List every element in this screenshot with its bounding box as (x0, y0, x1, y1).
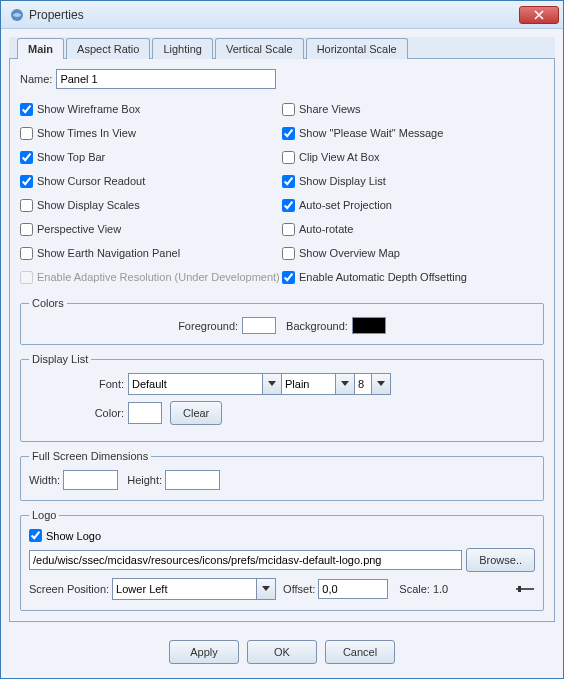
right-checkbox-2[interactable] (282, 151, 295, 164)
offset-input[interactable] (318, 579, 388, 599)
checkbox-row: Show Top Bar (20, 145, 282, 169)
right-checkbox-label-2: Clip View At Box (299, 151, 380, 163)
right-checkbox-4[interactable] (282, 199, 295, 212)
right-checkbox-6[interactable] (282, 247, 295, 260)
font-family-value: Default (128, 373, 263, 395)
right-checkbox-label-5: Auto-rotate (299, 223, 353, 235)
display-list-legend: Display List (29, 353, 91, 365)
height-input[interactable] (165, 470, 220, 490)
checkbox-row: Auto-set Projection (282, 193, 544, 217)
screen-position-label: Screen Position: (29, 583, 109, 595)
button-bar: Apply OK Cancel (1, 630, 563, 678)
checkbox-row: Show "Please Wait" Message (282, 121, 544, 145)
display-list-color-swatch[interactable] (128, 402, 162, 424)
chevron-down-icon (341, 381, 349, 387)
scale-label: Scale: 1.0 (399, 583, 448, 595)
foreground-label: Foreground: (178, 320, 238, 332)
right-checkbox-label-6: Show Overview Map (299, 247, 400, 259)
right-checkbox-label-4: Auto-set Projection (299, 199, 392, 211)
offset-label: Offset: (283, 583, 315, 595)
right-checkbox-7[interactable] (282, 271, 295, 284)
font-family-dropdown-icon (262, 373, 282, 395)
checkbox-row: Show Cursor Readout (20, 169, 282, 193)
left-checkbox-1[interactable] (20, 127, 33, 140)
left-checkbox-label-3: Show Cursor Readout (37, 175, 145, 187)
svg-rect-2 (518, 586, 521, 592)
font-style-value: Plain (281, 373, 336, 395)
tab-panel-main: Name: Show Wireframe BoxShow Times In Vi… (9, 59, 555, 622)
height-label: Height: (127, 474, 162, 486)
left-checkbox-6[interactable] (20, 247, 33, 260)
fsd-legend: Full Screen Dimensions (29, 450, 151, 462)
screen-position-select[interactable]: Lower Left (112, 578, 276, 600)
content: Main Aspect Ratio Lighting Vertical Scal… (1, 29, 563, 630)
font-family-select[interactable]: Default (128, 373, 282, 395)
left-checkbox-0[interactable] (20, 103, 33, 116)
ok-button[interactable]: OK (247, 640, 317, 664)
window-title: Properties (29, 8, 519, 22)
background-swatch[interactable] (352, 317, 386, 334)
right-checkbox-1[interactable] (282, 127, 295, 140)
cancel-button[interactable]: Cancel (325, 640, 395, 664)
name-input[interactable] (56, 69, 276, 89)
checkbox-row: Show Overview Map (282, 241, 544, 265)
left-checkbox-2[interactable] (20, 151, 33, 164)
left-checkbox-label-4: Show Display Scales (37, 199, 140, 211)
left-checkbox-5[interactable] (20, 223, 33, 236)
left-checkbox-4[interactable] (20, 199, 33, 212)
color-label: Color: (29, 407, 124, 419)
left-checkbox-3[interactable] (20, 175, 33, 188)
foreground-swatch[interactable] (242, 317, 276, 334)
logo-legend: Logo (29, 509, 59, 521)
right-checkbox-3[interactable] (282, 175, 295, 188)
properties-window: Properties Main Aspect Ratio Lighting Ve… (0, 0, 564, 679)
font-style-select[interactable]: Plain (281, 373, 355, 395)
width-input[interactable] (63, 470, 118, 490)
left-checkbox-7 (20, 271, 33, 284)
checkbox-row: Show Wireframe Box (20, 97, 282, 121)
clear-button[interactable]: Clear (170, 401, 222, 425)
tabstrip: Main Aspect Ratio Lighting Vertical Scal… (9, 37, 555, 59)
left-checkbox-label-1: Show Times In View (37, 127, 136, 139)
chevron-down-icon (268, 381, 276, 387)
tab-aspect-ratio[interactable]: Aspect Ratio (66, 38, 150, 59)
close-button[interactable] (519, 6, 559, 24)
show-logo-label: Show Logo (46, 530, 101, 542)
left-checkbox-label-6: Show Earth Navigation Panel (37, 247, 180, 259)
chevron-down-icon (377, 381, 385, 387)
logo-group: Logo Show Logo Browse.. Screen Position:… (20, 509, 544, 611)
close-icon (534, 10, 544, 20)
slider-icon[interactable] (515, 584, 535, 594)
titlebar: Properties (1, 1, 563, 29)
checkbox-row: Perspective View (20, 217, 282, 241)
tab-main[interactable]: Main (17, 38, 64, 59)
background-label: Background: (286, 320, 348, 332)
colors-group: Colors Foreground: Background: (20, 297, 544, 345)
right-checkbox-label-0: Share Views (299, 103, 361, 115)
tab-horizontal-scale[interactable]: Horizontal Scale (306, 38, 408, 59)
right-checkbox-5[interactable] (282, 223, 295, 236)
show-logo-checkbox[interactable] (29, 529, 42, 542)
tab-lighting[interactable]: Lighting (152, 38, 213, 59)
right-checkbox-label-3: Show Display List (299, 175, 386, 187)
font-size-select[interactable]: 8 (354, 373, 391, 395)
checkbox-left-column: Show Wireframe BoxShow Times In ViewShow… (20, 97, 282, 289)
left-checkbox-label-7: Enable Adaptive Resolution (Under Develo… (37, 271, 280, 283)
tab-vertical-scale[interactable]: Vertical Scale (215, 38, 304, 59)
name-row: Name: (20, 69, 544, 89)
display-list-group: Display List Font: Default Plain 8 (20, 353, 544, 442)
checkbox-row: Enable Automatic Depth Offsetting (282, 265, 544, 289)
checkbox-row: Show Earth Navigation Panel (20, 241, 282, 265)
browse-button[interactable]: Browse.. (466, 548, 535, 572)
apply-button[interactable]: Apply (169, 640, 239, 664)
left-checkbox-label-2: Show Top Bar (37, 151, 105, 163)
width-label: Width: (29, 474, 60, 486)
font-size-value: 8 (354, 373, 372, 395)
colors-legend: Colors (29, 297, 67, 309)
left-checkbox-label-5: Perspective View (37, 223, 121, 235)
checkbox-row: Clip View At Box (282, 145, 544, 169)
app-icon (9, 7, 25, 23)
logo-path-input[interactable] (29, 550, 462, 570)
full-screen-dimensions-group: Full Screen Dimensions Width: Height: (20, 450, 544, 501)
right-checkbox-0[interactable] (282, 103, 295, 116)
